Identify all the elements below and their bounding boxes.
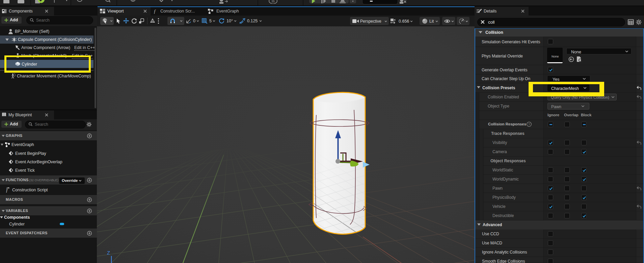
svg-text:35: 35 — [271, 0, 275, 3]
svg-text:Z: Z — [107, 250, 110, 256]
svg-text:f: f — [6, 188, 8, 193]
svg-text:?: ? — [528, 122, 530, 126]
svg-text:f: f — [154, 9, 156, 14]
